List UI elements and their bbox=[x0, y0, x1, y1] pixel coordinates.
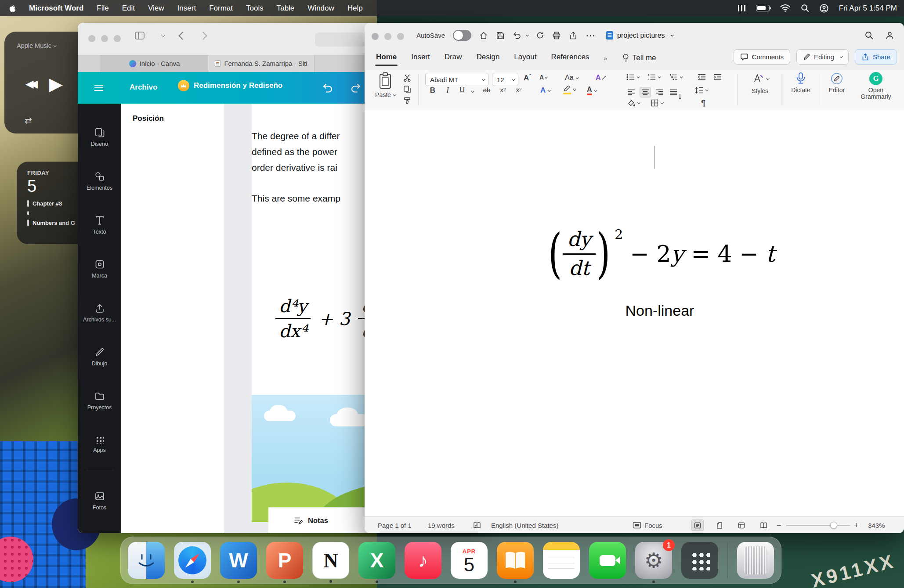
tab-home[interactable]: Home bbox=[376, 53, 397, 63]
menu-insert[interactable]: Insert bbox=[177, 4, 196, 13]
tab-canva[interactable]: Inicio - Canva bbox=[101, 55, 208, 72]
autosave-toggle[interactable] bbox=[453, 30, 471, 41]
search-icon[interactable] bbox=[864, 31, 874, 40]
minimize-button[interactable] bbox=[101, 35, 108, 42]
zoom-button[interactable] bbox=[114, 35, 121, 42]
cut-button[interactable] bbox=[403, 74, 411, 82]
dock-facetime[interactable] bbox=[589, 542, 626, 579]
superscript-button[interactable]: x2 bbox=[513, 86, 524, 94]
justify-button[interactable] bbox=[668, 87, 679, 97]
menu-tools[interactable]: Tools bbox=[246, 4, 264, 13]
italic-button[interactable]: I bbox=[443, 86, 452, 95]
canva-file-menu[interactable]: Archivo bbox=[130, 83, 157, 92]
align-left-button[interactable] bbox=[626, 87, 637, 97]
page-count[interactable]: Page 1 of 1 bbox=[378, 517, 412, 533]
copy-button[interactable] bbox=[403, 85, 411, 93]
dock-safari[interactable] bbox=[174, 542, 211, 579]
sidebar-item-apps[interactable]: Apps bbox=[78, 422, 121, 466]
home-icon[interactable] bbox=[479, 31, 488, 40]
wifi-icon[interactable] bbox=[780, 4, 790, 12]
dictate-button[interactable]: Dictate bbox=[785, 72, 816, 94]
comments-button[interactable]: Comments bbox=[734, 49, 791, 65]
canva-resize-button[interactable]: Redimensión y Rediseño bbox=[178, 80, 282, 91]
zoom-out-button[interactable]: − bbox=[777, 517, 781, 533]
tab-sites[interactable]: Fernanda S. Zamarripa - Siti bbox=[208, 55, 315, 72]
redo-icon[interactable] bbox=[350, 83, 362, 93]
share-doc-icon[interactable] bbox=[569, 31, 578, 40]
tab-insert[interactable]: Insert bbox=[411, 53, 430, 63]
shuffle-button[interactable]: ⇄ bbox=[25, 115, 32, 126]
menu-bar-clock[interactable]: Fri Apr 5 1:54 PM bbox=[839, 4, 897, 13]
menu-view[interactable]: View bbox=[148, 4, 164, 13]
print-icon[interactable] bbox=[552, 31, 561, 40]
presence-icon[interactable] bbox=[885, 31, 894, 40]
dock-music[interactable]: ♪ bbox=[405, 542, 441, 579]
editor-button[interactable]: Editor bbox=[823, 72, 850, 94]
decrease-indent-button[interactable] bbox=[698, 74, 706, 80]
dock-finder[interactable] bbox=[128, 542, 165, 579]
format-painter-button[interactable] bbox=[403, 97, 411, 105]
sidebar-item-projects[interactable]: Proyectos bbox=[78, 379, 121, 422]
bold-button[interactable]: B bbox=[427, 86, 438, 95]
dock-trash[interactable] bbox=[737, 542, 774, 579]
editing-mode-button[interactable]: Editing bbox=[796, 49, 849, 65]
menu-table[interactable]: Table bbox=[277, 4, 295, 13]
sidebar-item-design[interactable]: Diseño bbox=[78, 115, 121, 159]
font-color-button[interactable]: A bbox=[587, 86, 597, 95]
battery-icon[interactable] bbox=[756, 5, 770, 11]
underline-button[interactable]: U bbox=[457, 86, 467, 94]
word-count[interactable]: 19 words bbox=[428, 517, 455, 533]
focus-toggle[interactable]: Focus bbox=[633, 517, 662, 533]
dock-notes[interactable] bbox=[543, 542, 580, 579]
music-widget-title[interactable]: Apple Music bbox=[17, 42, 56, 49]
dock-settings[interactable]: ⚙ 1 bbox=[635, 542, 672, 579]
forward-button[interactable] bbox=[199, 32, 207, 40]
font-name-select[interactable]: Abadi MT bbox=[425, 73, 488, 86]
zoom-button[interactable] bbox=[397, 33, 404, 40]
dock-launchpad[interactable] bbox=[681, 542, 718, 579]
close-button[interactable] bbox=[88, 35, 95, 42]
equation-caption[interactable]: Non-linear bbox=[537, 302, 783, 319]
more-options-icon[interactable]: ⋯ bbox=[586, 33, 595, 38]
zoom-slider[interactable] bbox=[786, 517, 850, 533]
view-outline-button[interactable] bbox=[757, 517, 770, 533]
menu-help[interactable]: Help bbox=[347, 4, 363, 13]
back-button[interactable] bbox=[178, 32, 186, 40]
zoom-knob[interactable] bbox=[830, 522, 837, 529]
multilevel-list-button[interactable] bbox=[669, 74, 682, 80]
view-focus-button[interactable] bbox=[691, 519, 704, 531]
line-spacing-button[interactable] bbox=[695, 87, 708, 94]
undo-icon[interactable] bbox=[513, 31, 521, 40]
window-manager-icon[interactable] bbox=[738, 5, 745, 11]
tabs-overflow-icon[interactable]: » bbox=[604, 54, 607, 62]
dock-notion[interactable]: N bbox=[312, 542, 349, 579]
spellcheck-icon[interactable] bbox=[473, 517, 481, 533]
undo-icon[interactable] bbox=[322, 83, 333, 93]
sidebar-chevron-icon[interactable] bbox=[161, 32, 166, 37]
menu-window[interactable]: Window bbox=[307, 4, 334, 13]
redo-icon[interactable] bbox=[536, 31, 544, 40]
bullets-button[interactable] bbox=[626, 74, 639, 80]
view-print-layout-button[interactable] bbox=[713, 517, 726, 533]
minimize-button[interactable] bbox=[384, 33, 391, 40]
shading-button[interactable] bbox=[627, 99, 640, 107]
dock-books[interactable] bbox=[497, 542, 534, 579]
shrink-font-button[interactable]: A bbox=[539, 74, 547, 81]
tell-me-button[interactable]: Tell me bbox=[622, 54, 656, 62]
zoom-level[interactable]: 343% bbox=[868, 517, 885, 533]
document-title[interactable]: project pictures bbox=[606, 31, 673, 40]
dock-calendar[interactable]: APR 5 bbox=[451, 542, 488, 579]
zoom-in-button[interactable]: + bbox=[854, 517, 859, 533]
tab-design[interactable]: Design bbox=[476, 53, 499, 63]
paste-button[interactable]: Paste bbox=[373, 72, 397, 98]
align-center-button[interactable] bbox=[640, 87, 651, 97]
view-web-layout-button[interactable] bbox=[735, 517, 748, 533]
sidebar-item-text[interactable]: Texto bbox=[78, 203, 121, 247]
share-button[interactable]: Share bbox=[855, 49, 897, 65]
dock-powerpoint[interactable]: P bbox=[266, 542, 303, 579]
undo-chevron-icon[interactable] bbox=[526, 33, 529, 36]
pilcrow-button[interactable]: ¶ bbox=[701, 98, 705, 108]
styles-button[interactable]: Styles bbox=[743, 72, 777, 94]
user-switcher-icon[interactable] bbox=[820, 4, 828, 13]
underline-chevron-icon[interactable] bbox=[471, 90, 474, 93]
